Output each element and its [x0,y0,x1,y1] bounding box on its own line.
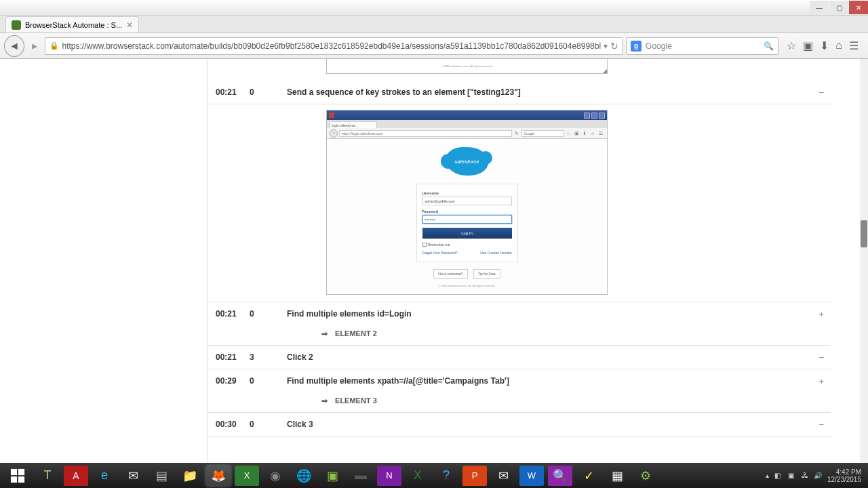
log-row[interactable]: 00:21 0 Find multiple elements id=Login … [208,302,831,325]
log-duration: 0 [250,87,287,97]
custom-domain-link: Use Custom Domain [480,251,511,255]
collapse-icon[interactable]: − [818,420,824,430]
shot-tab: login.salesforce... [330,121,377,128]
log-time: 00:21 [216,309,250,319]
log-command: Send a sequence of key strokes to an ele… [287,87,823,97]
screenshot[interactable]: login.salesforce... ‹ https://login.sale… [326,110,608,295]
tray-clock[interactable]: 4:42 PM 12/23/2015 [827,468,864,483]
taskbar-app-excel2[interactable]: X [406,466,430,486]
tray-network-icon[interactable]: 🖧 [802,472,808,479]
taskbar-app-terminal[interactable]: ▬ [349,466,373,486]
tray-volume-icon[interactable]: 🔊 [814,472,822,479]
reload-icon[interactable]: ↻ [610,41,618,52]
bookmark-icon[interactable]: ☆ [787,39,796,52]
tray-time: 4:42 PM [827,468,861,476]
maximize-button[interactable]: ▢ [829,1,848,14]
expand-icon[interactable]: + [818,309,824,319]
tray-icon[interactable]: ◧ [774,472,783,480]
taskbar: T A e ✉ ▤ 📁 🦊 X ◉ 🌐 ▣ ▬ N X ? P ✉ W 🔍 ✓ … [0,463,868,488]
taskbar-app-obs[interactable]: ◉ [263,466,288,486]
taskbar-app-powerpoint[interactable]: P [462,466,487,486]
not-customer-button: Not a customer? [433,269,468,279]
scrollbar-thumb[interactable] [861,220,867,247]
taskbar-app-android[interactable]: ▣ [320,466,344,486]
log-row[interactable]: 00:30 0 Click 3 − [208,413,831,436]
log-command: Click 2 [287,352,823,362]
taskbar-app-help[interactable]: ? [434,466,458,486]
url-bar[interactable]: 🔒 https://www.browserstack.com/automate/… [45,37,623,55]
toolbar-icons: ☆ ▣ ⬇ ⌂ ☰ [781,39,864,52]
log-row[interactable]: 00:29 0 Find multiple elements xpath=//a… [208,369,831,392]
arrow-icon: ⇒ [321,396,328,405]
shot-titlebar [327,110,607,120]
log-sub-row: ⇒ ELEMENT 3 [208,392,831,413]
taskbar-app-gears[interactable]: ⚙ [633,466,658,486]
taskbar-app-excel[interactable]: X [235,466,259,486]
taskbar-app-search[interactable]: 🔍 [548,466,572,486]
taskbar-app-explorer[interactable]: 📁 [178,466,202,486]
tab-favicon [12,20,21,30]
back-button[interactable]: ◄ [4,35,24,57]
collapse-icon[interactable]: − [818,87,824,98]
log-time: 00:30 [216,420,250,429]
shot-body: salesforce Username admin@qa4life.com Pa… [327,139,607,294]
home-icon[interactable]: ⌂ [835,39,842,52]
username-input: admin@qa4life.com [422,197,512,205]
prev-footer: © 2000 salesforce.com. All rights reserv… [441,64,492,68]
taskbar-app-mail[interactable]: ✉ [491,466,515,486]
menu-icon[interactable]: ☰ [849,39,859,52]
taskbar-app-textpad[interactable]: T [35,466,60,486]
search-icon[interactable]: 🔍 [764,41,774,51]
shot-navbar: ‹ https://login.salesforce.com ↻ Google … [327,128,607,139]
svg-rect-3 [18,476,24,482]
browser-tab[interactable]: BrowserStack Automate : S... ✕ [5,16,139,33]
taskbar-app-onenote[interactable]: N [377,466,401,486]
windows-icon [10,468,25,483]
taskbar-app-ie[interactable]: e [92,466,117,486]
tray-icon[interactable]: ▣ [788,472,796,480]
taskbar-app-acrobat[interactable]: A [64,466,88,486]
login-links: Forgot Your Password? Use Custom Domain [422,251,512,255]
downloads-icon[interactable]: ⬇ [820,39,829,52]
shot-icon [329,113,334,118]
username-label: Username [422,191,512,195]
taskbar-app-firefox[interactable]: 🦊 [206,466,231,486]
search-bar[interactable]: g Google 🔍 [626,37,778,55]
divider [207,59,208,463]
shot-search: Google [521,130,564,137]
taskbar-app-chrome[interactable]: 🌐 [292,466,316,486]
pocket-icon[interactable]: ▣ [803,39,813,52]
taskbar-app-notepad[interactable]: ▤ [149,466,174,486]
log-duration: 0 [250,309,287,319]
taskbar-app-libre[interactable]: ▦ [605,466,629,486]
collapse-icon[interactable]: − [818,352,824,363]
log-time: 00:21 [216,87,250,97]
log-command: Click 3 [287,420,823,429]
shot-back-icon: ‹ [330,129,338,138]
forward-button[interactable]: ▸ [27,38,42,54]
salesforce-logo: salesforce [446,147,488,176]
log-row[interactable]: 00:21 3 Click 2 − [208,346,831,369]
tray-up-icon[interactable]: ▴ [766,472,769,479]
taskbar-app-word[interactable]: W [519,466,544,486]
element-result: ELEMENT 2 [335,329,377,338]
start-button[interactable] [4,466,31,486]
sub-actions: Not a customer? Try for Free [433,269,500,279]
close-button[interactable]: ✕ [849,1,868,14]
tray-date: 12/23/2015 [827,476,861,483]
url-dropdown-icon[interactable]: ▾ [604,41,608,51]
tab-close-icon[interactable]: ✕ [126,20,133,30]
search-placeholder: Google [646,41,760,51]
log-content: © 2000 salesforce.com. All rights reserv… [207,59,831,443]
expand-icon[interactable]: + [818,376,824,386]
lock-icon: 🔒 [50,41,59,50]
scrollbar[interactable] [860,59,868,463]
shot-window-controls [584,113,605,119]
system-tray[interactable]: ▴ ◧ ▣ 🖧 🔊 4:42 PM 12/23/2015 [766,468,864,483]
page-content: © 2000 salesforce.com. All rights reserv… [0,59,860,463]
taskbar-app-outlook[interactable]: ✉ [121,466,145,486]
log-time: 00:29 [216,376,250,386]
minimize-button[interactable]: — [810,1,829,14]
taskbar-app-norton[interactable]: ✓ [576,466,601,486]
log-row[interactable]: 00:21 0 Send a sequence of key strokes t… [208,81,831,104]
